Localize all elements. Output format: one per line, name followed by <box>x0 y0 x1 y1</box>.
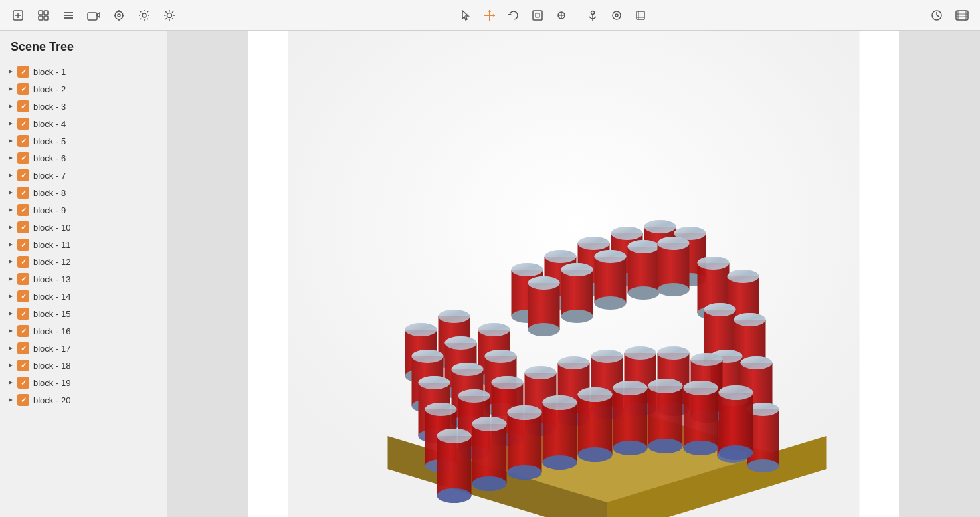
tree-item[interactable]: block - 13 <box>0 270 167 288</box>
tree-item-checkbox[interactable] <box>17 118 29 130</box>
tree-item[interactable]: block - 18 <box>0 357 167 374</box>
tree-item[interactable]: block - 4 <box>0 115 167 132</box>
tree-item-checkbox[interactable] <box>17 360 29 371</box>
tree-item-checkbox[interactable] <box>17 187 29 199</box>
tree-item-arrow-icon[interactable] <box>7 396 15 404</box>
sun-button[interactable] <box>158 4 181 27</box>
tree-item-arrow-icon[interactable] <box>7 137 15 145</box>
tree-item[interactable]: block - 8 <box>0 184 167 201</box>
svg-rect-35 <box>533 11 542 20</box>
tree-item[interactable]: block - 2 <box>0 80 167 98</box>
tree-item-arrow-icon[interactable] <box>7 344 15 352</box>
tree-item[interactable]: block - 7 <box>0 167 167 184</box>
tree-item-arrow-icon[interactable] <box>7 258 15 266</box>
svg-point-105 <box>412 350 444 363</box>
tree-item-arrow-icon[interactable] <box>7 292 15 300</box>
tree-item-checkbox[interactable] <box>17 152 29 164</box>
add-button[interactable] <box>7 4 29 27</box>
tree-item-arrow-icon[interactable] <box>7 310 15 318</box>
svg-rect-248 <box>648 386 683 446</box>
scene-tree-panel: Scene Tree block - 1block - 2block - 3bl… <box>0 31 167 517</box>
svg-rect-10 <box>88 13 97 20</box>
tree-item-checkbox[interactable] <box>17 204 29 216</box>
tree-item-checkbox[interactable] <box>17 100 29 112</box>
tree-item-checkbox[interactable] <box>17 221 29 233</box>
viewport[interactable] <box>248 31 899 517</box>
svg-marker-32 <box>484 14 486 17</box>
tree-item-checkbox[interactable] <box>17 308 29 320</box>
tree-item-arrow-icon[interactable] <box>7 327 15 335</box>
tree-item-arrow-icon[interactable] <box>7 275 15 283</box>
target-button[interactable] <box>108 4 130 27</box>
tree-item-arrow-icon[interactable] <box>7 120 15 128</box>
tree-item[interactable]: block - 1 <box>0 63 167 80</box>
tree-item-checkbox[interactable] <box>17 66 29 78</box>
tree-item[interactable]: block - 15 <box>0 305 167 322</box>
svg-point-158 <box>698 257 730 270</box>
tree-item[interactable]: block - 19 <box>0 374 167 391</box>
tree-item-checkbox[interactable] <box>17 83 29 95</box>
tree-item-arrow-icon[interactable] <box>7 379 15 387</box>
tree-item-arrow-icon[interactable] <box>7 362 15 369</box>
svg-point-249 <box>648 439 683 453</box>
svg-point-238 <box>543 395 577 410</box>
svg-rect-252 <box>684 388 718 448</box>
svg-point-210 <box>591 350 623 363</box>
right-panel <box>167 31 980 517</box>
tree-item-arrow-icon[interactable] <box>7 223 15 231</box>
tree-item-checkbox[interactable] <box>17 256 29 268</box>
tree-item[interactable]: block - 6 <box>0 150 167 167</box>
camera-button[interactable] <box>82 4 105 27</box>
tree-item[interactable]: block - 17 <box>0 340 167 357</box>
tree-item[interactable]: block - 14 <box>0 288 167 305</box>
tree-item-checkbox[interactable] <box>17 394 29 406</box>
tree-item[interactable]: block - 3 <box>0 98 167 115</box>
tree-item[interactable]: block - 5 <box>0 132 167 150</box>
scene-tree-list[interactable]: block - 1block - 2block - 3block - 4bloc… <box>0 62 167 517</box>
scale-tool-button[interactable] <box>526 4 549 27</box>
tree-item-arrow-icon[interactable] <box>7 154 15 162</box>
timeline-button[interactable] <box>926 4 948 27</box>
move-tool-button[interactable] <box>478 4 501 27</box>
svg-point-206 <box>558 356 590 369</box>
tree-item-checkbox[interactable] <box>17 169 29 181</box>
tree-item-checkbox[interactable] <box>17 377 29 389</box>
tree-item-arrow-icon[interactable] <box>7 68 15 76</box>
settings-button[interactable] <box>133 4 155 27</box>
tree-item[interactable]: block - 11 <box>0 236 167 253</box>
tree-item-arrow-icon[interactable] <box>7 189 15 197</box>
tree-item-arrow-icon[interactable] <box>7 85 15 93</box>
tree-item-arrow-icon[interactable] <box>7 206 15 214</box>
svg-point-218 <box>658 346 690 360</box>
tree-item-arrow-icon[interactable] <box>7 171 15 179</box>
tree-item-checkbox[interactable] <box>17 273 29 285</box>
transform-tool-button[interactable] <box>550 4 573 27</box>
rotate-tool-button[interactable] <box>502 4 525 27</box>
svg-rect-4 <box>44 11 48 15</box>
tree-item-checkbox[interactable] <box>17 239 29 251</box>
crop-button[interactable] <box>629 4 652 27</box>
anchor-button[interactable] <box>581 4 604 27</box>
svg-point-12 <box>115 11 123 19</box>
render-button[interactable] <box>951 4 973 27</box>
tree-item-label: block - 9 <box>33 205 66 215</box>
tree-item[interactable]: block - 12 <box>0 253 167 270</box>
grid-button[interactable] <box>32 4 54 27</box>
tree-item[interactable]: block - 20 <box>0 391 167 409</box>
tree-item-arrow-icon[interactable] <box>7 102 15 110</box>
svg-point-149 <box>628 286 660 300</box>
lock-button[interactable] <box>605 4 628 27</box>
tree-item-checkbox[interactable] <box>17 290 29 302</box>
tree-item-checkbox[interactable] <box>17 325 29 337</box>
tree-item[interactable]: block - 10 <box>0 219 167 236</box>
tree-item-arrow-icon[interactable] <box>7 241 15 249</box>
tree-item-checkbox[interactable] <box>17 342 29 354</box>
tree-item-checkbox[interactable] <box>17 135 29 147</box>
svg-point-114 <box>512 263 543 276</box>
tree-item[interactable]: block - 9 <box>0 201 167 219</box>
tree-item[interactable]: block - 16 <box>0 322 167 340</box>
svg-point-178 <box>741 356 773 369</box>
select-tool-button[interactable] <box>454 4 477 27</box>
menu-button[interactable] <box>57 4 80 27</box>
svg-rect-224 <box>437 436 472 496</box>
